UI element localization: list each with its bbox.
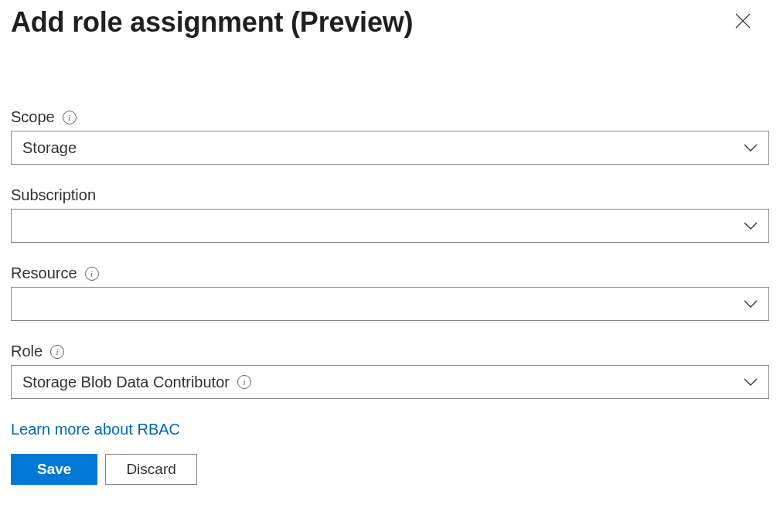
learn-more-link[interactable]: Learn more about RBAC [11, 421, 180, 438]
page-title: Add role assignment (Preview) [11, 6, 413, 39]
chevron-down-icon [744, 375, 758, 389]
scope-value: Storage [22, 139, 77, 157]
button-row: Save Discard [11, 454, 769, 485]
chevron-down-icon [744, 219, 758, 233]
field-label-row-subscription: Subscription [11, 186, 769, 204]
role-dropdown[interactable]: Storage Blob Data Contributor i [11, 365, 769, 399]
discard-button[interactable]: Discard [105, 454, 196, 485]
field-label-row-resource: Resource i [11, 264, 769, 282]
info-icon[interactable]: i [85, 267, 99, 281]
save-button[interactable]: Save [11, 454, 97, 485]
resource-label: Resource [11, 264, 77, 282]
field-label-row-scope: Scope i [11, 108, 769, 126]
role-label: Role [11, 343, 43, 360]
field-subscription: Subscription [11, 186, 769, 243]
scope-dropdown[interactable]: Storage [11, 131, 769, 165]
field-scope: Scope i Storage [11, 108, 769, 165]
subscription-label: Subscription [11, 186, 96, 204]
info-icon[interactable]: i [63, 111, 77, 124]
info-icon[interactable]: i [237, 375, 251, 389]
chevron-down-icon [744, 297, 758, 311]
resource-dropdown[interactable] [11, 287, 769, 321]
close-icon [734, 12, 751, 32]
role-value: Storage Blob Data Contributor i [22, 373, 251, 391]
field-role: Role i Storage Blob Data Contributor i [11, 343, 769, 399]
field-resource: Resource i [11, 264, 769, 321]
close-button[interactable] [729, 9, 757, 36]
subscription-dropdown[interactable] [11, 209, 769, 243]
panel-header: Add role assignment (Preview) [11, 6, 769, 39]
chevron-down-icon [744, 141, 758, 155]
role-value-text: Storage Blob Data Contributor [22, 373, 230, 391]
scope-label: Scope [11, 108, 55, 126]
info-icon[interactable]: i [50, 345, 64, 359]
field-label-row-role: Role i [11, 343, 769, 360]
